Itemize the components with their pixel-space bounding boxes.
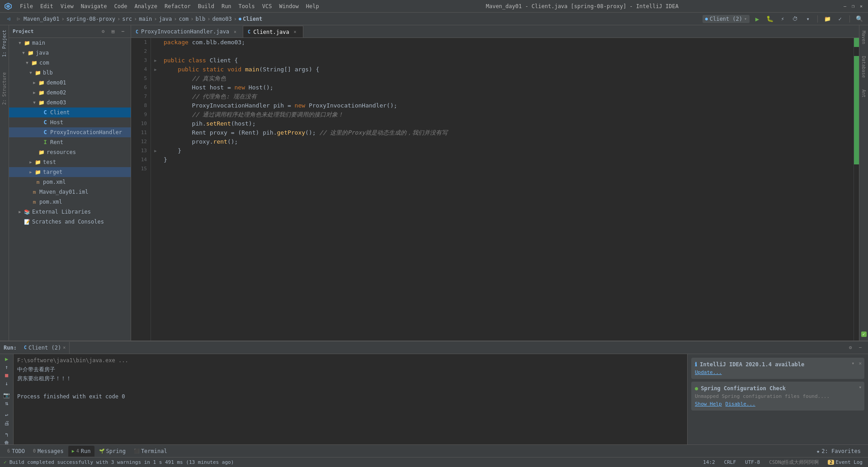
profile-button[interactable]: ⏱ (790, 14, 800, 24)
tree-item-blb[interactable]: ▼ 📁 blb (9, 68, 131, 78)
bc-blb[interactable]: blb (195, 16, 205, 22)
soft-wrap-button[interactable]: ↩ (2, 412, 12, 418)
commit-button[interactable]: ✓ (835, 14, 845, 24)
stop-button[interactable]: ■ (2, 372, 12, 378)
bc-com[interactable]: com (179, 16, 189, 22)
tree-item-demo01[interactable]: ▶ 📁 demo01 (9, 78, 131, 88)
rerun-button[interactable]: ▶ (2, 356, 12, 362)
tree-item-demo02[interactable]: ▶ 📁 demo02 (9, 88, 131, 98)
tab-messages[interactable]: 0 Messages (29, 446, 67, 457)
menu-navigate[interactable]: Navigate (77, 2, 111, 10)
code-editor[interactable]: 1 2 3 4 5 6 7 8 9 10 11 12 13 14 (131, 38, 859, 341)
project-layout-icon[interactable]: ▤ (109, 28, 117, 36)
tab-spring[interactable]: 🌱 Spring (95, 446, 129, 457)
ant-tab[interactable]: Ant (860, 86, 867, 101)
maven-tab[interactable]: Maven (860, 27, 867, 48)
tree-item-com[interactable]: ▼ 📁 com (9, 58, 131, 68)
print-button[interactable]: 🖨 (2, 420, 12, 426)
database-tab[interactable]: Database (860, 52, 867, 81)
fold-arrow-13[interactable]: ▶ (154, 149, 156, 153)
run-minimize-icon[interactable]: − (856, 344, 864, 352)
vcs-button[interactable]: 📁 (822, 14, 832, 24)
bc-demo03[interactable]: demo03 (212, 16, 231, 22)
menu-vcs[interactable]: VCS (259, 2, 276, 10)
menu-refactor[interactable]: Refactor (161, 2, 194, 10)
tree-item-pom1[interactable]: m pom.xml (9, 177, 131, 187)
encoding[interactable]: UTF-8 (743, 459, 762, 466)
search-everywhere-button[interactable]: 🔍 (854, 14, 864, 24)
structure-tool-tab[interactable]: 2: Structure (1, 70, 8, 107)
debug-button[interactable]: 🐛 (765, 14, 775, 24)
tab-todo[interactable]: 6 TODO (4, 446, 28, 457)
restore-button[interactable]: ↰ (2, 432, 12, 438)
run-button[interactable]: ▶ (752, 14, 762, 24)
bc-client[interactable]: Client (243, 16, 262, 22)
menu-view[interactable]: View (57, 2, 77, 10)
bc-maven[interactable]: Maven_day01 (24, 16, 59, 22)
bc-src[interactable]: src (122, 16, 132, 22)
bc-proxy[interactable]: spring-08-proxy (66, 16, 115, 22)
more-button[interactable]: ▾ (803, 14, 813, 24)
tree-item-mavenday01iml[interactable]: m Maven_day01.iml (9, 187, 131, 197)
tree-item-resources[interactable]: 📁 resources (9, 147, 131, 157)
menu-window[interactable]: Window (275, 2, 302, 10)
tab-favorites[interactable]: ★ 2: Favorites (813, 446, 864, 457)
nav-back-button[interactable]: ◁ (4, 14, 14, 24)
project-settings-icon[interactable]: ⚙ (99, 28, 107, 36)
run-tab-close[interactable]: × (63, 345, 66, 350)
tab-close-client[interactable]: × (292, 29, 298, 35)
menu-edit[interactable]: Edit (37, 2, 57, 10)
notif-disable-link[interactable]: Disable... (726, 401, 755, 407)
trash-button[interactable]: 🗑 (2, 440, 12, 444)
fold-arrow-4[interactable]: ▶ (154, 67, 156, 72)
run-config-selector[interactable]: ● Client (2) ▾ (703, 15, 750, 23)
tree-item-scratches[interactable]: 📝 Scratches and Consoles (9, 217, 131, 227)
run-client-tab[interactable]: C Client (2) × (20, 342, 70, 354)
scroll-down-button[interactable]: ↓ (2, 380, 12, 387)
minimize-button[interactable]: — (842, 3, 848, 9)
tab-ProxyInvocationHandler[interactable]: C ProxyInvocationHandler.java × (131, 26, 243, 37)
tab-close-pih[interactable]: × (232, 28, 238, 35)
tree-item-Host[interactable]: C Host (9, 117, 131, 127)
menu-analyze[interactable]: Analyze (131, 2, 161, 10)
tree-item-Rent[interactable]: I Rent (9, 137, 131, 147)
notif-close-1[interactable]: ✕ (859, 360, 862, 366)
tab-terminal[interactable]: ⬛ Terminal (130, 446, 171, 457)
notif-update-link[interactable]: Update... (695, 369, 722, 375)
menu-help[interactable]: Help (302, 2, 323, 10)
tab-Client[interactable]: C Client.java × (243, 26, 303, 37)
cursor-position[interactable]: 14:2 (701, 459, 717, 466)
notif-expand-1[interactable]: ▾ (851, 360, 854, 366)
project-collapse-icon[interactable]: − (119, 28, 127, 36)
menu-run[interactable]: Run (218, 2, 235, 10)
bc-java[interactable]: java (159, 16, 172, 22)
tree-item-ProxyInvocationHandler[interactable]: C ProxyInvocationHandler (9, 127, 131, 137)
scroll-up-button[interactable]: ↑ (2, 364, 12, 370)
maximize-button[interactable]: ❐ (850, 3, 856, 9)
nav-forward-button[interactable]: ▷ (14, 14, 24, 24)
run-settings-icon[interactable]: ⚙ (846, 344, 854, 352)
tree-item-test[interactable]: ▶ 📁 test (9, 157, 131, 167)
fold-arrow-3[interactable]: ▶ (154, 58, 156, 63)
close-button[interactable]: ✕ (858, 3, 864, 9)
tree-item-pom2[interactable]: m pom.xml (9, 197, 131, 207)
tree-item-ext-libs[interactable]: ▶ 📚 External Libraries (9, 207, 131, 217)
event-log[interactable]: 2 Event Log (826, 459, 864, 466)
notif-expand-2[interactable]: ▾ (859, 384, 862, 390)
bc-main[interactable]: main (139, 16, 152, 22)
menu-tools[interactable]: Tools (235, 2, 259, 10)
coverage-button[interactable]: ⚡ (778, 14, 788, 24)
project-tool-tab[interactable]: 1: Project (1, 27, 8, 60)
tree-item-target[interactable]: ▶ 📁 target (9, 167, 131, 177)
screenshot-button[interactable]: 📷 (2, 392, 12, 398)
tree-item-Client[interactable]: C Client (9, 107, 131, 117)
tree-item-main[interactable]: ▼ 📁 main (9, 38, 131, 48)
menu-code[interactable]: Code (111, 2, 131, 10)
line-separator[interactable]: CRLF (722, 459, 738, 466)
menu-file[interactable]: File (16, 2, 37, 10)
filter-button[interactable]: ⇅ (2, 400, 12, 406)
menu-build[interactable]: Build (194, 2, 218, 10)
code-content[interactable]: package com.blb.demo03; public class Cli… (160, 38, 854, 341)
tree-item-java[interactable]: ▼ 📁 java (9, 48, 131, 58)
tree-item-demo03[interactable]: ▼ 📁 demo03 (9, 98, 131, 107)
